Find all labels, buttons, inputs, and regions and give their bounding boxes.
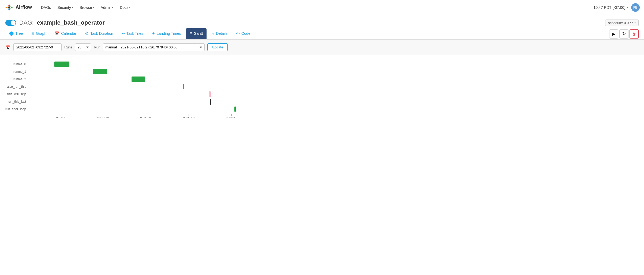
calendar-icon: 📅: [55, 31, 59, 36]
tab-graph[interactable]: ⊞ Graph: [28, 29, 50, 39]
admin-chevron-icon: ▾: [112, 6, 113, 9]
dag-label: DAG:: [19, 19, 34, 26]
gantt-label-also-run-this: also_run_this: [7, 83, 26, 90]
dag-title-row: DAG: example_bash_operator: [5, 19, 105, 26]
gantt-container: runme_0 runme_1 runme_2 also_run_this th…: [0, 55, 644, 118]
filter-bar: 📅 Runs 25 10 50 Run manual__2021-06-02T1…: [0, 40, 644, 55]
tab-code[interactable]: <> Code: [232, 29, 254, 39]
gantt-labels: runme_0 runme_1 runme_2 also_run_this th…: [5, 60, 29, 113]
landing-times-icon: ✈: [152, 31, 155, 36]
user-avatar[interactable]: FB: [631, 3, 640, 12]
navbar-nav: DAGs Security ▾ Browse ▾ Admin ▾ Docs ▾: [38, 4, 593, 11]
graph-icon: ⊞: [31, 32, 34, 36]
gantt-tick-1: 09:27:40: [97, 114, 109, 118]
gantt-bar-runme0[interactable]: [54, 62, 69, 67]
gantt-row-also-run-this[interactable]: [29, 83, 639, 90]
gantt-row-this-will-skip[interactable]: [29, 90, 639, 98]
brand-text: Airflow: [16, 5, 32, 10]
time-chevron-icon: ▾: [627, 6, 628, 9]
gantt-bar-runme1[interactable]: [93, 69, 107, 74]
nav-admin[interactable]: Admin ▾: [98, 4, 116, 11]
dag-toggle[interactable]: [5, 20, 16, 26]
nav-dags[interactable]: DAGs: [38, 4, 54, 11]
refresh-icon: ↻: [622, 31, 626, 36]
gantt-rows: runme_0 runme_1 runme_2 also_run_this th…: [5, 60, 639, 113]
gantt-tick-4: 09:27:55: [226, 114, 237, 118]
navbar: Airflow DAGs Security ▾ Browse ▾ Admin ▾…: [0, 0, 644, 15]
schedule-badge: schedule: 0 0 * * *: [605, 20, 639, 26]
tree-icon: 🌐: [9, 31, 14, 36]
runs-label: Runs: [64, 45, 72, 49]
tab-bar: 🌐 Tree ⊞ Graph 📅 Calendar ⏱ Task Duratio…: [0, 28, 644, 40]
navbar-right: 10:47 PDT (-07:00) ▾ FB: [593, 3, 640, 12]
date-input[interactable]: [13, 43, 62, 51]
calendar-filter-icon: 📅: [5, 45, 11, 50]
tab-calendar[interactable]: 📅 Calendar: [51, 29, 80, 39]
run-label: Run: [94, 45, 100, 49]
tab-actions: ▶ ↻ 🗑: [609, 29, 639, 39]
tab-task-duration[interactable]: ⏱ Task Duration: [81, 29, 117, 39]
gantt-label-this-will-skip: this_will_skip: [7, 90, 26, 98]
gantt-row-run-after-loop[interactable]: [29, 105, 639, 113]
gantt-bar-runme2[interactable]: [132, 77, 145, 82]
gantt-label-runme1: runme_1: [13, 68, 26, 75]
run-button[interactable]: ▶: [609, 29, 618, 39]
gantt-label-runme0: runme_0: [13, 60, 26, 68]
brand[interactable]: Airflow: [4, 3, 32, 12]
nav-security[interactable]: Security ▾: [55, 4, 76, 11]
svg-point-0: [8, 6, 10, 9]
gantt-label-runme2: runme_2: [13, 75, 26, 83]
gantt-tick-0: 09:27:35: [54, 114, 66, 118]
tab-details[interactable]: △ Details: [208, 29, 231, 39]
gantt-label-run-this-last: run_this_last: [8, 98, 26, 105]
docs-chevron-icon: ▾: [129, 6, 130, 9]
delete-button[interactable]: 🗑: [630, 29, 639, 39]
details-icon: △: [211, 31, 214, 36]
run-select[interactable]: manual__2021-06-02T16:27:26.797940+00:00: [103, 43, 205, 51]
gantt-bar-run-this-last[interactable]: [210, 99, 211, 105]
code-icon: <>: [236, 32, 240, 35]
gantt-icon: ≡: [190, 31, 192, 36]
tab-gantt[interactable]: ≡ Gantt: [186, 28, 207, 39]
gantt-bar-also-run-this[interactable]: [183, 84, 184, 89]
delete-icon: 🗑: [632, 32, 636, 36]
gantt-axis: 09:27:35 09:27:40 09:27:45 09:27:50: [29, 114, 639, 118]
tab-task-tries[interactable]: ↩ Task Tries: [118, 29, 147, 39]
gantt-chart: runme_0 runme_1 runme_2 also_run_this th…: [5, 60, 639, 113]
gantt-row-run-this-last[interactable]: [29, 98, 639, 105]
update-button[interactable]: Update: [207, 43, 228, 51]
gantt-tick-3: 09:27:50: [183, 114, 194, 118]
run-icon: ▶: [612, 32, 615, 36]
airflow-logo-icon: [4, 3, 14, 12]
gantt-bar-run-after-loop[interactable]: [234, 106, 236, 112]
gantt-row-runme1[interactable]: [29, 68, 639, 75]
gantt-label-run-after-loop: run_after_loop: [5, 105, 26, 113]
refresh-button[interactable]: ↻: [619, 29, 628, 39]
page-header: DAG: example_bash_operator schedule: 0 0…: [0, 15, 644, 28]
navbar-time[interactable]: 10:47 PDT (-07:00) ▾: [593, 5, 628, 10]
tab-tree[interactable]: 🌐 Tree: [5, 29, 27, 39]
nav-browse[interactable]: Browse ▾: [77, 4, 97, 11]
gantt-plot: 09:27:35 09:27:40 09:27:45 09:27:50: [29, 60, 639, 113]
task-tries-icon: ↩: [122, 32, 125, 36]
gantt-bar-this-will-skip[interactable]: [209, 91, 211, 97]
browse-chevron-icon: ▾: [93, 6, 94, 9]
task-duration-icon: ⏱: [85, 31, 89, 36]
runs-select[interactable]: 25 10 50: [75, 43, 91, 51]
gantt-row-runme2[interactable]: [29, 75, 639, 83]
nav-docs[interactable]: Docs ▾: [117, 4, 133, 11]
gantt-row-runme0[interactable]: [29, 60, 639, 68]
dag-name: example_bash_operator: [37, 19, 105, 26]
gantt-tick-2: 09:27:45: [140, 114, 152, 118]
tab-landing-times[interactable]: ✈ Landing Times: [148, 29, 185, 39]
security-chevron-icon: ▾: [72, 6, 73, 9]
